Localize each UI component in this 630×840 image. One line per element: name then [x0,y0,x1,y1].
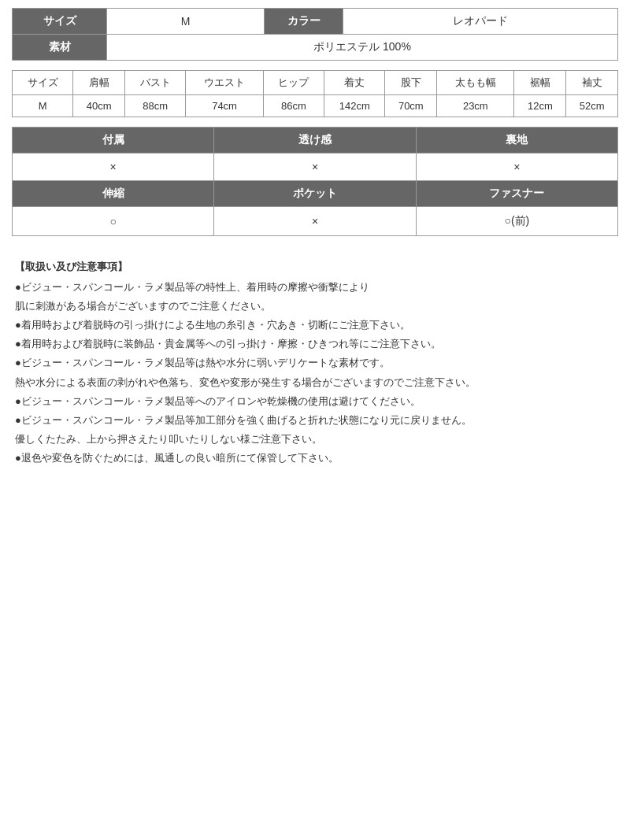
lining-value: × [416,154,617,181]
notes-lines: ●ビジュー・スパンコール・ラメ製品等の特性上、着用時の摩擦や衝撃により肌に刺激が… [15,279,615,467]
stretch-value: ○ [13,207,214,236]
size-chart-hem: 12cm [514,95,566,117]
size-chart-header-inseam: 股下 [385,71,437,95]
size-chart-header-size: サイズ [13,71,73,95]
size-chart-header-length: 着丈 [324,71,385,95]
pocket-label: ポケット [214,181,416,207]
transparency-label: 透け感 [214,128,416,154]
size-chart-header-hem: 裾幅 [514,71,566,95]
size-chart-size: M [13,95,73,117]
top-info-table: サイズ M カラー レオパード 素材 ポリエステル 100% [12,8,618,61]
material-value: ポリエステル 100% [107,35,618,61]
color-label: カラー [265,9,343,35]
transparency-value: × [214,154,416,181]
notes-line: 優しくたたみ、上から押さえたり叩いたりしない様ご注意下さい。 [15,431,615,448]
notes-line: ●着用時および着脱時の引っ掛けによる生地の糸引き・穴あき・切断にご注意下さい。 [15,316,615,334]
notes-line: ●退色や変色を防ぐためには、風通しの良い暗所にて保管して下さい。 [15,450,615,467]
product-info-container: サイズ M カラー レオパード 素材 ポリエステル 100% サイズ 肩幅 バス… [12,8,618,475]
size-chart-length: 142cm [324,95,385,117]
notes-line: ●ビジュー・スパンコール・ラメ製品等へのアイロンや乾燥機の使用は避けてください。 [15,393,615,410]
color-value: レオパード [343,9,618,35]
size-chart-header-sleeve: 袖丈 [566,71,618,95]
notes-line: 肌に刺激がある場合がございますのでご注意ください。 [15,298,615,315]
size-chart-header-bust: バスト [125,71,186,95]
accessory-label: 付属 [13,128,214,154]
size-chart-header-waist: ウエスト [186,71,263,95]
size-chart-shoulder: 40cm [73,95,125,117]
pocket-value: × [214,207,416,236]
size-chart-waist: 74cm [186,95,263,117]
fastener-label: ファスナー [416,181,617,207]
size-chart-header-hip: ヒップ [263,71,324,95]
size-chart-hip: 86cm [263,95,324,117]
accessory-value: × [13,154,214,181]
stretch-label: 伸縮 [13,181,214,207]
size-label: サイズ [13,9,107,35]
size-chart-thigh: 23cm [437,95,514,117]
material-label: 素材 [13,35,107,61]
notes-line: ●ビジュー・スパンコール・ラメ製品等の特性上、着用時の摩擦や衝撃により [15,279,615,296]
notes-line: ●ビジュー・スパンコール・ラメ製品等加工部分を強く曲げると折れた状態になり元に戻… [15,412,615,429]
notes-line: ●着用時および着脱時に装飾品・貴金属等への引っ掛け・摩擦・ひきつれ等にご注意下さ… [15,335,615,353]
size-chart-header-shoulder: 肩幅 [73,71,125,95]
notes-line: ●ビジュー・スパンコール・ラメ製品等は熱や水分に弱いデリケートな素材です。 [15,354,615,372]
notes-section: 【取扱い及び注意事項】 ●ビジュー・スパンコール・ラメ製品等の特性上、着用時の摩… [12,252,618,475]
size-chart-bust: 88cm [125,95,186,117]
size-value: M [107,9,265,35]
size-chart-header-thigh: 太もも幅 [437,71,514,95]
size-chart-sleeve: 52cm [566,95,618,117]
notes-line: 熱や水分による表面の剥がれや色落ち、変色や変形が発生する場合がございますのでご注… [15,374,615,391]
size-chart-table: サイズ 肩幅 バスト ウエスト ヒップ 着丈 股下 太もも幅 裾幅 袖丈 M 4… [12,70,618,117]
props-table: 付属 透け感 裏地 × × × 伸縮 ポケット ファスナー ○ × ○(前) [12,127,618,236]
lining-label: 裏地 [416,128,617,154]
size-chart-inseam: 70cm [385,95,437,117]
notes-title: 【取扱い及び注意事項】 [15,258,615,276]
fastener-value: ○(前) [416,207,617,236]
